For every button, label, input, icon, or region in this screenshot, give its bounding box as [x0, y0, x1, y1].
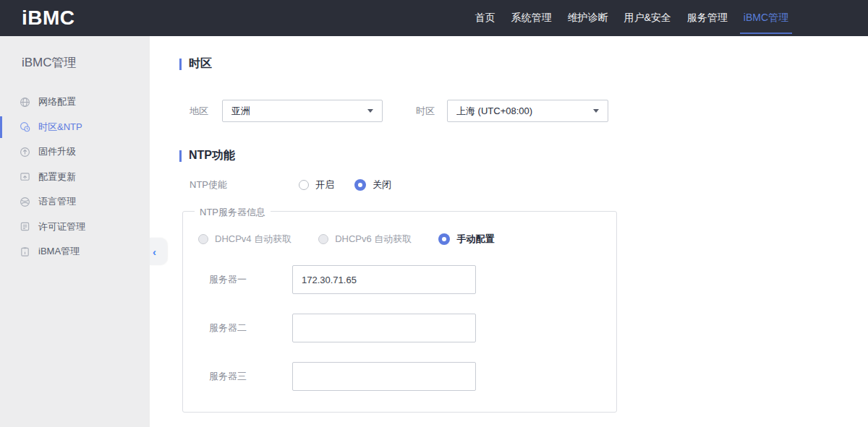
radio-disabled-icon	[318, 234, 328, 244]
sidebar-item-label: 语言管理	[38, 195, 76, 208]
server-three-row: 服务器三	[183, 362, 616, 391]
radio-checked-icon	[438, 233, 450, 245]
sidebar-item-config-update[interactable]: 配置更新	[0, 165, 150, 190]
server-three-input[interactable]	[292, 362, 476, 391]
sidebar-item-label: 网络配置	[38, 95, 76, 108]
section-accent-bar	[179, 150, 182, 162]
section-accent-bar	[179, 59, 182, 70]
chevron-down-icon	[367, 109, 373, 113]
manual-config-label: 手动配置	[456, 233, 494, 246]
nav-item-maintenance[interactable]: 维护诊断	[566, 0, 609, 36]
sidebar-item-network-config[interactable]: 网络配置	[0, 90, 150, 115]
sidebar-item-ibma[interactable]: iBMA管理	[0, 239, 150, 264]
ntp-section-title: NTP功能	[189, 148, 235, 163]
ntp-enable-label: NTP使能	[190, 178, 299, 191]
nav-item-user-security[interactable]: 用户&安全	[622, 0, 672, 36]
network-globe-icon	[20, 97, 30, 108]
radio-disabled-icon	[198, 234, 208, 244]
sidebar-item-label: iBMA管理	[38, 245, 80, 258]
ntp-enable-on-label: 开启	[315, 178, 334, 191]
server-one-input[interactable]	[292, 265, 476, 294]
ntp-server-mode-row: DHCPv4 自动获取 DHCPv6 自动获取 手动配置	[183, 233, 616, 246]
nav-item-home[interactable]: 首页	[473, 0, 496, 36]
server-two-input[interactable]	[292, 314, 476, 342]
sidebar-item-license[interactable]: 许可证管理	[0, 215, 150, 240]
nav-item-services[interactable]: 服务管理	[686, 0, 729, 36]
dhcpv4-auto-radio[interactable]: DHCPv4 自动获取	[198, 233, 292, 246]
chevron-left-icon: ‹	[153, 246, 156, 257]
license-document-icon	[20, 221, 30, 232]
main-content: 时区 地区 亚洲 时区 上海 (UTC+08:00) NTP功能 NTP使能 开…	[150, 36, 868, 427]
timezone-select[interactable]: 上海 (UTC+08:00)	[447, 100, 608, 122]
manual-config-radio[interactable]: 手动配置	[438, 233, 494, 246]
ntp-enable-on-radio[interactable]: 开启	[299, 178, 334, 191]
timezone-label: 时区	[416, 105, 447, 118]
top-navigation: 首页 系统管理 维护诊断 用户&安全 服务管理 iBMC管理	[473, 0, 868, 36]
nav-item-ibmc-management[interactable]: iBMC管理	[742, 0, 790, 36]
server-three-label: 服务器三	[209, 370, 292, 383]
ntp-enable-off-radio[interactable]: 关闭	[354, 178, 391, 191]
radio-checked-icon	[354, 179, 366, 191]
sidebar: iBMC管理 网络配置 时区&NTP 固件升级	[0, 36, 150, 427]
server-one-row: 服务器一	[183, 265, 616, 294]
sidebar-item-label: 固件升级	[38, 145, 76, 158]
ibmc-logo: iBMC	[22, 7, 75, 30]
top-header: iBMC 首页 系统管理 维护诊断 用户&安全 服务管理 iBMC管理	[0, 0, 868, 36]
timezone-clock-icon	[20, 121, 30, 132]
ntp-section-header: NTP功能	[179, 148, 868, 163]
timezone-section-title: 时区	[189, 56, 212, 72]
region-label: 地区	[190, 105, 222, 118]
language-globe-icon	[20, 197, 30, 207]
sidebar-item-label: 许可证管理	[38, 220, 85, 233]
dhcpv4-auto-label: DHCPv4 自动获取	[215, 233, 292, 246]
timezone-form-row: 地区 亚洲 时区 上海 (UTC+08:00)	[179, 100, 868, 122]
sidebar-title: iBMC管理	[0, 36, 150, 71]
sidebar-menu: 网络配置 时区&NTP 固件升级 配置更新	[0, 90, 150, 264]
ntp-server-group: NTP服务器信息 DHCPv4 自动获取 DHCPv6 自动获取 手动配置 服务…	[182, 211, 617, 413]
timezone-select-value: 上海 (UTC+08:00)	[456, 105, 532, 118]
chevron-down-icon	[593, 109, 599, 113]
sidebar-collapse-button[interactable]: ‹	[150, 238, 167, 265]
ibma-clipboard-icon	[20, 246, 30, 257]
ntp-enable-row: NTP使能 开启 关闭	[179, 178, 868, 191]
region-select-value: 亚洲	[231, 105, 250, 118]
region-select[interactable]: 亚洲	[222, 100, 383, 122]
server-two-label: 服务器二	[209, 322, 292, 335]
ntp-server-group-legend: NTP服务器信息	[195, 206, 271, 219]
dhcpv6-auto-radio[interactable]: DHCPv6 自动获取	[318, 233, 412, 246]
sidebar-item-firmware-upgrade[interactable]: 固件升级	[0, 139, 150, 165]
config-update-icon	[20, 171, 30, 182]
server-two-row: 服务器二	[183, 314, 616, 342]
sidebar-item-timezone-ntp[interactable]: 时区&NTP	[0, 115, 150, 140]
server-one-label: 服务器一	[209, 273, 292, 286]
radio-unchecked-icon	[299, 180, 309, 190]
firmware-upgrade-icon	[20, 147, 30, 158]
sidebar-item-language[interactable]: 语言管理	[0, 189, 150, 215]
sidebar-item-label: 时区&NTP	[38, 121, 82, 134]
timezone-section-header: 时区	[179, 56, 868, 72]
nav-item-system[interactable]: 系统管理	[509, 0, 553, 36]
dhcpv6-auto-label: DHCPv6 自动获取	[335, 233, 412, 246]
ntp-enable-off-label: 关闭	[373, 178, 391, 191]
sidebar-item-label: 配置更新	[38, 171, 76, 184]
